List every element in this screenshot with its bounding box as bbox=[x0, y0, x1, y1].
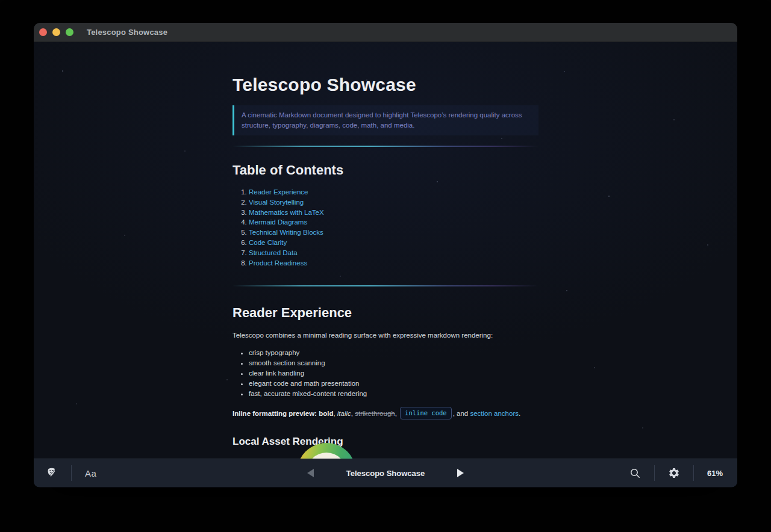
list-item: Product Readiness bbox=[249, 258, 538, 268]
previous-document-button[interactable] bbox=[305, 466, 316, 480]
chevron-left-icon bbox=[307, 469, 314, 477]
toc-heading: Table of Contents bbox=[233, 162, 538, 178]
window-title: Telescopo Showcase bbox=[87, 28, 167, 37]
list-item: Structured Data bbox=[249, 248, 538, 258]
zoom-window-button[interactable] bbox=[66, 28, 73, 36]
intro-blockquote: A cinematic Markdown document designed t… bbox=[233, 105, 538, 135]
separator: , bbox=[395, 410, 399, 417]
chevron-right-icon bbox=[457, 469, 464, 477]
toc-link-code-clarity[interactable]: Code Clarity bbox=[249, 239, 287, 246]
reader-intro-paragraph: Telescopo combines a minimal reading sur… bbox=[233, 331, 538, 340]
theater-mask-brush-icon bbox=[46, 467, 58, 479]
close-window-button[interactable] bbox=[39, 28, 47, 36]
toc-link-product-readiness[interactable]: Product Readiness bbox=[249, 259, 307, 267]
page-title: Telescopo Showcase bbox=[233, 75, 538, 95]
app-window: Telescopo Showcase Telescopo Showcase A … bbox=[34, 23, 737, 487]
toolbar-divider bbox=[71, 465, 72, 481]
list-item: Mermaid Diagrams bbox=[249, 217, 538, 227]
toc-link-reader-experience[interactable]: Reader Experience bbox=[249, 188, 308, 196]
inline-formatting-preview: Inline formatting preview: bold, italic,… bbox=[233, 407, 538, 419]
list-item: clear link handling bbox=[249, 368, 538, 379]
toolbar-left-group: Aa bbox=[34, 459, 384, 487]
search-button[interactable] bbox=[627, 465, 643, 481]
markdown-document: Telescopo Showcase A cinematic Markdown … bbox=[233, 42, 538, 448]
list-item: Reader Experience bbox=[249, 187, 538, 197]
reader-experience-heading: Reader Experience bbox=[233, 305, 538, 321]
inline-label: Inline formatting preview: bbox=[233, 410, 317, 417]
list-item: elegant code and math presentation bbox=[249, 379, 538, 389]
bottom-toolbar: Aa Telescopo Showcase bbox=[34, 459, 737, 487]
section-anchors-link[interactable]: section anchors bbox=[470, 410, 519, 417]
toc-link-structured-data[interactable]: Structured Data bbox=[249, 249, 298, 256]
bold-sample: bold bbox=[319, 410, 333, 417]
toc-link-technical-writing[interactable]: Technical Writing Blocks bbox=[249, 229, 323, 236]
inline-code-sample: inline code bbox=[400, 407, 452, 419]
font-settings-button[interactable]: Aa bbox=[83, 466, 99, 481]
next-document-button[interactable] bbox=[455, 466, 466, 480]
separator: , and bbox=[453, 410, 470, 417]
logo-inner-circle bbox=[307, 453, 346, 459]
toolbar-right-group: 61% bbox=[384, 459, 737, 487]
font-settings-label: Aa bbox=[85, 468, 96, 478]
gear-icon bbox=[668, 467, 680, 479]
list-item: Visual Storytelling bbox=[249, 197, 538, 208]
italic-sample: italic bbox=[337, 410, 351, 417]
list-item: Code Clarity bbox=[249, 238, 538, 248]
list-item: smooth section scanning bbox=[249, 358, 538, 368]
toc-link-visual-storytelling[interactable]: Visual Storytelling bbox=[249, 199, 304, 206]
divider bbox=[233, 285, 538, 286]
feature-list: crisp typography smooth section scanning… bbox=[233, 348, 538, 398]
divider bbox=[233, 146, 538, 147]
toc-list: Reader Experience Visual Storytelling Ma… bbox=[233, 187, 538, 268]
current-document-title: Telescopo Showcase bbox=[346, 469, 425, 478]
zoom-level-value: 61% bbox=[707, 469, 723, 478]
zoom-level-button[interactable]: 61% bbox=[705, 466, 725, 480]
local-asset-rendering-heading: Local Asset Rendering bbox=[233, 436, 538, 448]
document-viewport[interactable]: Telescopo Showcase A cinematic Markdown … bbox=[34, 42, 737, 459]
starfield-decoration bbox=[34, 42, 35, 43]
theme-button[interactable] bbox=[43, 465, 60, 481]
strikethrough-sample: strikethrough bbox=[355, 410, 395, 417]
minimize-window-button[interactable] bbox=[52, 28, 60, 36]
list-item: Mathematics with LaTeX bbox=[249, 208, 538, 218]
toc-link-mathematics-latex[interactable]: Mathematics with LaTeX bbox=[249, 209, 324, 216]
toolbar-divider bbox=[654, 465, 655, 481]
settings-button[interactable] bbox=[666, 465, 682, 481]
titlebar: Telescopo Showcase bbox=[34, 23, 737, 42]
list-item: crisp typography bbox=[249, 348, 538, 358]
separator: . bbox=[519, 410, 520, 417]
list-item: fast, accurate mixed-content rendering bbox=[249, 389, 538, 399]
search-icon bbox=[629, 468, 641, 479]
list-item: Technical Writing Blocks bbox=[249, 227, 538, 238]
toc-link-mermaid-diagrams[interactable]: Mermaid Diagrams bbox=[249, 218, 307, 226]
toolbar-divider bbox=[693, 465, 694, 481]
